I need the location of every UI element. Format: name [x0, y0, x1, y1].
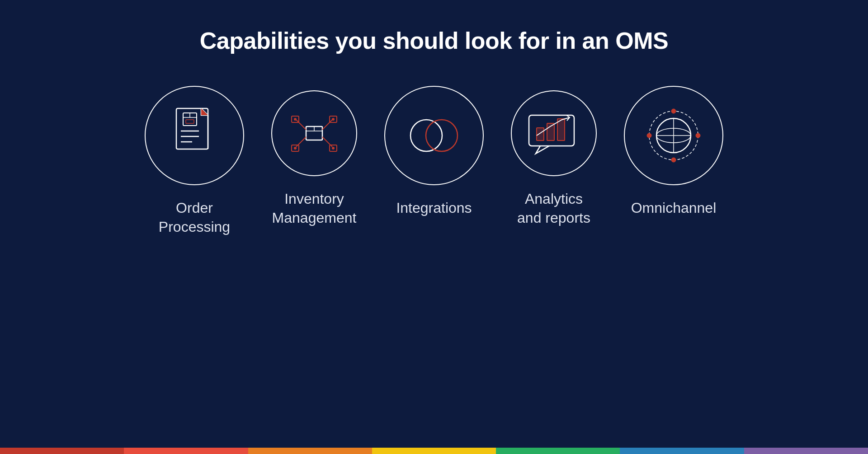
inventory-circle	[271, 90, 357, 176]
bar-red	[0, 448, 124, 454]
bar-purple	[744, 448, 868, 454]
capability-order-processing: Order Processing	[145, 86, 244, 236]
order-processing-circle	[145, 86, 244, 185]
svg-point-37	[671, 158, 676, 162]
svg-rect-7	[186, 120, 194, 123]
bar-light-red	[124, 448, 248, 454]
analytics-label: Analytics and reports	[517, 190, 590, 227]
svg-line-16	[322, 120, 332, 130]
integrations-icon	[405, 113, 463, 158]
svg-point-35	[671, 109, 676, 113]
svg-line-12	[296, 120, 306, 130]
analytics-circle	[511, 90, 597, 176]
order-processing-label: Order Processing	[159, 199, 230, 236]
svg-point-36	[696, 133, 700, 138]
omnichannel-icon	[644, 106, 703, 165]
omnichannel-label: Omnichannel	[631, 199, 717, 218]
omnichannel-circle	[624, 86, 723, 185]
inventory-icon	[287, 111, 341, 156]
bar-blue	[620, 448, 744, 454]
integrations-label: Integrations	[396, 199, 472, 218]
svg-point-20	[294, 118, 297, 121]
analytics-icon	[527, 111, 581, 156]
bottom-color-bar	[0, 448, 868, 454]
capabilities-row: Order Processing	[145, 86, 723, 236]
svg-rect-27	[537, 128, 544, 140]
capability-analytics: Analytics and reports	[511, 90, 597, 227]
capability-integrations: Integrations	[384, 86, 484, 218]
order-processing-icon	[170, 106, 219, 165]
integrations-circle	[384, 86, 484, 185]
svg-point-23	[332, 147, 335, 150]
page-title: Capabilities you should look for in an O…	[200, 27, 668, 54]
bar-yellow	[372, 448, 496, 454]
svg-marker-8	[201, 108, 208, 115]
inventory-label: Inventory Management	[272, 190, 357, 227]
svg-point-38	[647, 133, 651, 138]
bar-orange	[248, 448, 372, 454]
svg-point-22	[332, 118, 335, 121]
bar-green	[496, 448, 620, 454]
capability-omnichannel: Omnichannel	[624, 86, 723, 218]
svg-point-21	[294, 147, 297, 150]
main-container: Capabilities you should look for in an O…	[0, 0, 868, 454]
capability-inventory: Inventory Management	[271, 90, 357, 227]
